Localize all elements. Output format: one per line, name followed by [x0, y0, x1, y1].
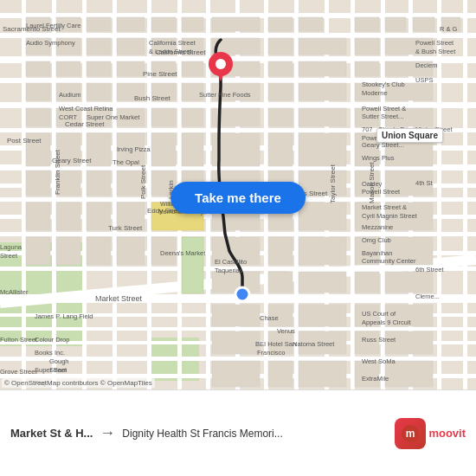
- svg-text:Fulton Street: Fulton Street: [0, 336, 38, 344]
- svg-text:Deciem: Deciem: [415, 61, 437, 69]
- svg-rect-23: [22, 0, 26, 389]
- svg-rect-83: [299, 83, 346, 100]
- svg-text:707: 707: [362, 125, 373, 133]
- svg-rect-119: [26, 203, 50, 230]
- svg-rect-82: [268, 83, 293, 100]
- svg-text:Bush Street: Bush Street: [134, 94, 171, 102]
- svg-rect-62: [355, 38, 379, 55]
- svg-text:Street: Street: [49, 366, 68, 374]
- svg-rect-45: [182, 17, 203, 31]
- svg-text:Omg Club: Omg Club: [362, 236, 391, 244]
- map-attribution: © OpenStreetMap contributors © OpenMapTi…: [2, 378, 155, 388]
- svg-rect-134: [182, 237, 203, 293]
- svg-text:Laurel Fertilly Care: Laurel Fertilly Care: [26, 22, 80, 29]
- svg-rect-110: [87, 170, 111, 196]
- take-me-there-button[interactable]: Take me there: [170, 182, 306, 214]
- svg-rect-93: [268, 108, 293, 126]
- svg-rect-51: [413, 17, 434, 31]
- svg-text:Stookey's Club: Stookey's Club: [362, 80, 405, 88]
- svg-rect-67: [117, 61, 145, 76]
- svg-text:Books Inc.: Books Inc.: [35, 349, 65, 357]
- svg-text:Taquerias: Taquerias: [215, 267, 243, 274]
- svg-rect-43: [117, 17, 145, 31]
- svg-rect-155: [212, 361, 260, 387]
- svg-text:m: m: [406, 428, 415, 440]
- bottom-bar: Market St & H... → Dignity Health St Fra…: [0, 389, 476, 476]
- svg-text:Market Street: Market Street: [95, 294, 143, 303]
- svg-rect-48: [299, 17, 323, 31]
- svg-rect-101: [151, 133, 176, 166]
- moovit-icon-svg: m: [401, 424, 420, 443]
- app: California Street Pine Street Bush Stree…: [0, 0, 476, 476]
- svg-rect-34: [351, 0, 355, 389]
- svg-text:The Opal: The Opal: [113, 158, 139, 166]
- svg-text:Powell Street: Powell Street: [415, 39, 454, 47]
- svg-rect-94: [299, 108, 346, 126]
- svg-text:Polk Street: Polk Street: [139, 164, 147, 199]
- svg-rect-105: [299, 133, 346, 166]
- svg-text:Franklin Street: Franklin Street: [54, 149, 61, 195]
- svg-rect-91: [182, 108, 203, 126]
- svg-rect-104: [268, 133, 293, 166]
- svg-rect-126: [299, 203, 346, 230]
- svg-rect-69: [182, 61, 203, 76]
- svg-text:Oakley: Oakley: [362, 180, 383, 188]
- svg-point-247: [235, 287, 249, 301]
- svg-rect-145: [212, 305, 260, 326]
- svg-rect-37: [437, 0, 441, 389]
- svg-rect-143: [355, 272, 379, 293]
- svg-rect-65: [56, 61, 80, 76]
- svg-rect-120: [56, 203, 80, 230]
- svg-rect-136: [268, 237, 293, 265]
- svg-rect-131: [87, 237, 111, 265]
- svg-text:& Larkin Street: & Larkin Street: [149, 48, 193, 55]
- svg-rect-147: [299, 305, 346, 326]
- svg-text:Laguna: Laguna: [0, 243, 23, 251]
- svg-text:Natoma Street: Natoma Street: [293, 340, 335, 348]
- svg-rect-75: [26, 83, 50, 100]
- svg-text:Deena's Market: Deena's Market: [160, 249, 206, 257]
- svg-text:McAllister: McAllister: [0, 288, 29, 296]
- svg-rect-38: [463, 0, 467, 389]
- moovit-icon: m: [395, 418, 426, 449]
- svg-text:Cyril Magnin Street: Cyril Magnin Street: [362, 212, 418, 220]
- map-container: California Street Pine Street Bush Stree…: [0, 0, 476, 389]
- svg-text:Irving Pizza: Irving Pizza: [117, 145, 151, 153]
- svg-text:Sutter Fine Foods: Sutter Fine Foods: [199, 91, 251, 99]
- svg-text:Russ Street: Russ Street: [362, 336, 396, 344]
- svg-rect-150: [212, 331, 260, 354]
- svg-point-245: [215, 59, 226, 69]
- svg-rect-44: [151, 17, 176, 31]
- svg-rect-102: [182, 133, 203, 166]
- svg-rect-61: [299, 38, 346, 55]
- svg-rect-129: [26, 237, 50, 265]
- svg-text:Community Center: Community Center: [362, 257, 416, 265]
- svg-text:CORT: CORT: [59, 113, 78, 121]
- svg-text:Francisco: Francisco: [257, 349, 286, 357]
- svg-text:Cleme...: Cleme...: [415, 293, 440, 300]
- moovit-logo: m moovit: [395, 418, 466, 449]
- union-square-label: Union Square: [376, 128, 443, 143]
- svg-text:ExtraMile: ExtraMile: [362, 375, 389, 383]
- svg-rect-108: [26, 170, 50, 196]
- svg-rect-26: [113, 0, 117, 389]
- svg-rect-72: [299, 61, 346, 76]
- svg-text:Grove Street: Grove Street: [0, 368, 37, 376]
- svg-text:Market Street &: Market Street &: [362, 203, 407, 211]
- svg-text:West Coast Retina: West Coast Retina: [59, 105, 113, 113]
- svg-text:Audium: Audium: [59, 91, 80, 99]
- svg-rect-130: [56, 237, 80, 265]
- svg-rect-132: [117, 237, 145, 265]
- svg-text:Pine Street: Pine Street: [143, 70, 177, 78]
- svg-rect-157: [299, 361, 346, 387]
- svg-text:Taylor Street: Taylor Street: [329, 164, 337, 203]
- svg-text:R & G: R & G: [440, 25, 458, 33]
- svg-rect-90: [151, 108, 176, 126]
- svg-text:4th St: 4th St: [415, 179, 434, 187]
- route-arrow-icon: →: [100, 424, 115, 442]
- destination-location: Dignity Health St Francis Memori...: [122, 428, 282, 440]
- svg-text:Post Street: Post Street: [7, 137, 42, 145]
- svg-rect-141: [268, 272, 293, 293]
- svg-rect-56: [117, 38, 145, 55]
- svg-text:Wings Plus: Wings Plus: [362, 154, 395, 162]
